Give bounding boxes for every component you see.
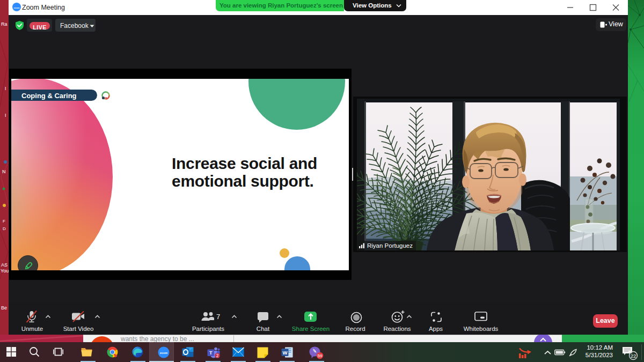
svg-text:zoom: zoom <box>160 351 167 354</box>
svg-text:W: W <box>283 350 288 356</box>
svg-text:59: 59 <box>318 353 323 358</box>
svg-text:22: 22 <box>631 353 636 359</box>
svg-text:zoom: zoom <box>14 6 20 9</box>
svg-text:T: T <box>209 350 213 356</box>
svg-text:2: 2 <box>216 353 219 358</box>
svg-text:7: 7 <box>216 313 220 321</box>
